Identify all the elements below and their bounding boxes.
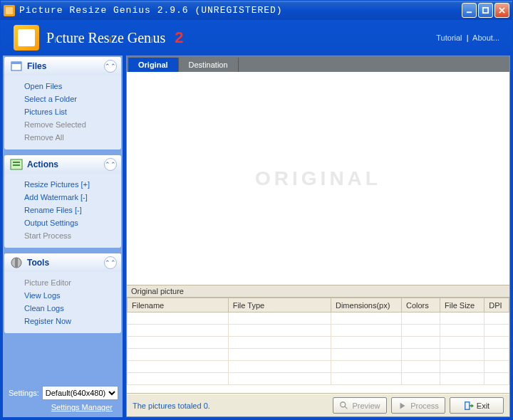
picture-grid[interactable]: FilenameFile TypeDimensions(px)ColorsFil… — [127, 298, 509, 385]
logo-text: Picture Resize Genius 2 — [46, 28, 184, 47]
main-area: Original Destination ORIGINAL Original p… — [126, 56, 510, 417]
settings-label: Settings: — [9, 389, 39, 397]
sidebar: Files⌃⌃Open FilesSelect a FolderPictures… — [3, 56, 123, 417]
sidebar-bottom: Settings: Default(640x480) Settings Mana… — [4, 382, 121, 416]
column-dimensions-px-[interactable]: Dimensions(px) — [331, 298, 401, 313]
table-row[interactable] — [128, 349, 509, 361]
tutorial-link[interactable]: Tutorial — [436, 33, 462, 42]
collapse-icon[interactable]: ⌃⌃ — [104, 158, 117, 171]
window-buttons — [462, 3, 509, 18]
tab-destination[interactable]: Destination — [179, 58, 239, 72]
status-text: The pictures totaled 0. — [133, 401, 328, 410]
logo-icon — [14, 25, 39, 51]
titlebar[interactable]: Picture Resize Genius 2.9.6 (UNREGISTERE… — [1, 1, 512, 20]
sidebar-item-remove-all[interactable]: Remove All — [24, 131, 115, 144]
close-button[interactable] — [494, 3, 509, 18]
svg-point-11 — [341, 401, 346, 406]
svg-marker-13 — [400, 402, 405, 409]
app-body: Files⌃⌃Open FilesSelect a FolderPictures… — [1, 56, 512, 419]
svg-line-12 — [345, 406, 348, 409]
settings-select[interactable]: Default(640x480) — [42, 386, 118, 400]
svg-rect-14 — [465, 401, 470, 409]
grid-caption: Original picture — [127, 285, 509, 298]
panel-tools: Tools⌃⌃Picture EditorView LogsClean Logs… — [4, 253, 121, 333]
table-row[interactable] — [128, 361, 509, 373]
process-button[interactable]: Process — [391, 397, 445, 414]
panel-actions: Actions⌃⌃Resize Pictures [+]Add Watermar… — [4, 155, 121, 248]
grid-wrapper: FilenameFile TypeDimensions(px)ColorsFil… — [127, 298, 509, 394]
sidebar-item-start-process[interactable]: Start Process — [24, 229, 115, 242]
about-link[interactable]: About... — [472, 33, 499, 42]
table-row[interactable] — [128, 325, 509, 337]
maximize-button[interactable] — [478, 3, 493, 18]
sidebar-item-clean-logs[interactable]: Clean Logs — [24, 302, 115, 315]
sidebar-item-remove-selected[interactable]: Remove Selected — [24, 118, 115, 131]
sidebar-item-add-watermark-[interactable]: Add Watermark [-] — [24, 191, 115, 204]
svg-marker-16 — [471, 404, 474, 407]
column-file-type[interactable]: File Type — [228, 298, 331, 313]
sidebar-item-rename-files-[interactable]: Rename Files [-] — [24, 204, 115, 216]
svg-rect-1 — [483, 8, 488, 13]
sidebar-item-picture-editor[interactable]: Picture Editor — [24, 276, 115, 289]
preview-pane: ORIGINAL — [127, 72, 509, 285]
exit-icon — [464, 401, 474, 411]
tools-icon — [9, 255, 24, 271]
sidebar-item-resize-pictures-[interactable]: Resize Pictures [+] — [24, 178, 115, 191]
sidebar-item-register-now[interactable]: Register Now — [24, 315, 115, 327]
table-row[interactable] — [128, 373, 509, 385]
header-links: Tutorial | About... — [436, 33, 499, 42]
sidebar-item-view-logs[interactable]: View Logs — [24, 289, 115, 302]
column-dpi[interactable]: DPI — [484, 298, 509, 313]
svg-rect-5 — [11, 62, 21, 64]
svg-rect-7 — [13, 162, 20, 163]
panel-files: Files⌃⌃Open FilesSelect a FolderPictures… — [4, 57, 121, 149]
panel-head-tools[interactable]: Tools⌃⌃ — [4, 253, 121, 272]
files-icon — [9, 58, 24, 74]
app-header: Picture Resize Genius 2 Tutorial | About… — [1, 20, 512, 56]
magnifier-icon — [339, 401, 349, 411]
status-bar: The pictures totaled 0. Preview Process … — [127, 394, 509, 416]
settings-manager-link[interactable]: Settings Manager — [9, 403, 117, 411]
window-title: Picture Resize Genius 2.9.6 (UNREGISTERE… — [19, 5, 462, 16]
play-icon — [398, 401, 408, 411]
collapse-icon[interactable]: ⌃⌃ — [104, 60, 117, 73]
sidebar-item-select-a-folder[interactable]: Select a Folder — [24, 93, 115, 105]
sidebar-item-open-files[interactable]: Open Files — [24, 80, 115, 93]
sidebar-item-pictures-list[interactable]: Pictures List — [24, 105, 115, 118]
svg-rect-8 — [13, 164, 20, 166]
actions-icon — [9, 157, 24, 172]
table-row[interactable] — [128, 313, 509, 325]
svg-rect-10 — [15, 258, 18, 268]
table-row[interactable] — [128, 337, 509, 349]
collapse-icon[interactable]: ⌃⌃ — [104, 256, 117, 269]
column-file-size[interactable]: File Size — [440, 298, 484, 313]
tabs: Original Destination — [127, 56, 509, 72]
panel-head-actions[interactable]: Actions⌃⌃ — [4, 155, 121, 174]
app-window: Picture Resize Genius 2.9.6 (UNREGISTERE… — [0, 0, 513, 420]
column-colors[interactable]: Colors — [402, 298, 440, 313]
minimize-button[interactable] — [462, 3, 477, 18]
app-icon — [4, 5, 15, 16]
preview-button[interactable]: Preview — [333, 397, 387, 414]
preview-watermark: ORIGINAL — [255, 167, 381, 190]
tab-original[interactable]: Original — [128, 58, 179, 72]
sidebar-item-output-settings[interactable]: Output Settings — [24, 216, 115, 229]
panel-head-files[interactable]: Files⌃⌃ — [4, 57, 121, 75]
exit-button[interactable]: Exit — [450, 397, 504, 414]
column-filename[interactable]: Filename — [128, 298, 229, 313]
